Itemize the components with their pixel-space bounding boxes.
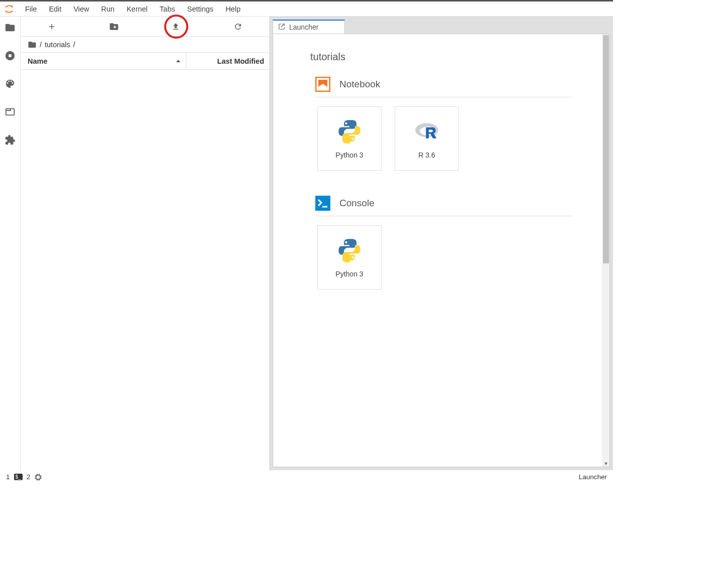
scrollbar-thumb[interactable] (603, 35, 609, 263)
menu-settings[interactable]: Settings (181, 3, 219, 15)
main-area: Launcher tutorials Notebook (270, 17, 613, 470)
filelist-header: Name Last Modified (21, 53, 269, 70)
tab-launcher[interactable]: Launcher (273, 20, 345, 34)
menu-file[interactable]: File (19, 3, 43, 15)
tab-label: Launcher (289, 23, 318, 31)
file-browser: / tutorials / Name Last Modified (20, 17, 270, 470)
menu-help[interactable]: Help (219, 3, 247, 15)
section-label-console: Console (339, 198, 375, 209)
status-kernels-count[interactable]: 2 (27, 473, 31, 481)
section-label-notebook: Notebook (339, 79, 380, 90)
upload-button[interactable] (145, 17, 207, 36)
statusbar: 1 $_ 2 Launcher (0, 470, 613, 483)
card-notebook-python3[interactable]: Python 3 (317, 106, 382, 171)
tabstrip: Launcher (273, 20, 610, 34)
new-launcher-button[interactable] (21, 17, 83, 36)
breadcrumb-sep-0: / (40, 41, 42, 49)
svg-rect-7 (315, 196, 330, 211)
launcher-title: tutorials (310, 51, 572, 63)
svg-rect-8 (36, 475, 40, 479)
svg-rect-4 (316, 77, 330, 91)
scrollbar[interactable]: ▲ ▼ (602, 34, 610, 467)
scroll-down-icon[interactable]: ▼ (602, 461, 610, 466)
sort-asc-icon (176, 57, 181, 65)
menu-kernel[interactable]: Kernel (120, 3, 154, 15)
svg-rect-2 (9, 54, 12, 57)
section-notebook: Notebook Python 3 (315, 77, 572, 171)
activitybar (0, 17, 20, 470)
filebrowser-toolbar (21, 17, 269, 37)
terminal-icon[interactable]: $_ (14, 474, 23, 480)
console-icon (315, 196, 330, 211)
folder-icon (28, 40, 37, 49)
column-modified-label: Last Modified (217, 57, 264, 65)
breadcrumb-item-tutorials[interactable]: tutorials (45, 41, 70, 49)
sidebar-palette-icon[interactable] (4, 78, 16, 90)
menu-view[interactable]: View (67, 3, 95, 15)
card-label: R 3.6 (418, 151, 435, 159)
python-icon (336, 118, 362, 144)
menubar: File Edit View Run Kernel Tabs Settings … (0, 2, 613, 17)
card-label: Python 3 (335, 151, 363, 159)
section-console: Console Python 3 (315, 196, 572, 290)
launcher-pane: tutorials Notebook (273, 34, 610, 467)
column-name-label: Name (28, 57, 48, 65)
menu-tabs[interactable]: Tabs (154, 3, 181, 15)
breadcrumb[interactable]: / tutorials / (21, 37, 269, 53)
status-right: Launcher (579, 473, 607, 481)
sidebar-tabs-icon[interactable] (4, 106, 16, 118)
column-modified[interactable]: Last Modified (186, 57, 269, 65)
sidebar-running-icon[interactable] (4, 50, 16, 62)
jupyter-logo-icon (4, 4, 14, 14)
kernel-icon[interactable] (34, 473, 42, 481)
column-name[interactable]: Name (21, 53, 186, 69)
launch-icon (278, 23, 285, 32)
status-terminals-count[interactable]: 1 (6, 473, 10, 481)
refresh-button[interactable] (207, 17, 269, 36)
menu-run[interactable]: Run (95, 3, 121, 15)
card-console-python3[interactable]: Python 3 (317, 225, 382, 290)
notebook-icon (315, 77, 330, 92)
new-folder-button[interactable] (83, 17, 145, 36)
card-notebook-r[interactable]: R 3.6 (395, 106, 459, 171)
svg-point-0 (12, 5, 13, 6)
python-icon (336, 237, 362, 263)
sidebar-folder-icon[interactable] (4, 22, 16, 34)
breadcrumb-sep-1: / (73, 41, 75, 49)
filelist-body[interactable] (21, 70, 269, 470)
sidebar-extension-icon[interactable] (4, 134, 16, 146)
menu-edit[interactable]: Edit (43, 3, 67, 15)
r-icon (414, 118, 440, 144)
card-label: Python 3 (335, 270, 363, 278)
